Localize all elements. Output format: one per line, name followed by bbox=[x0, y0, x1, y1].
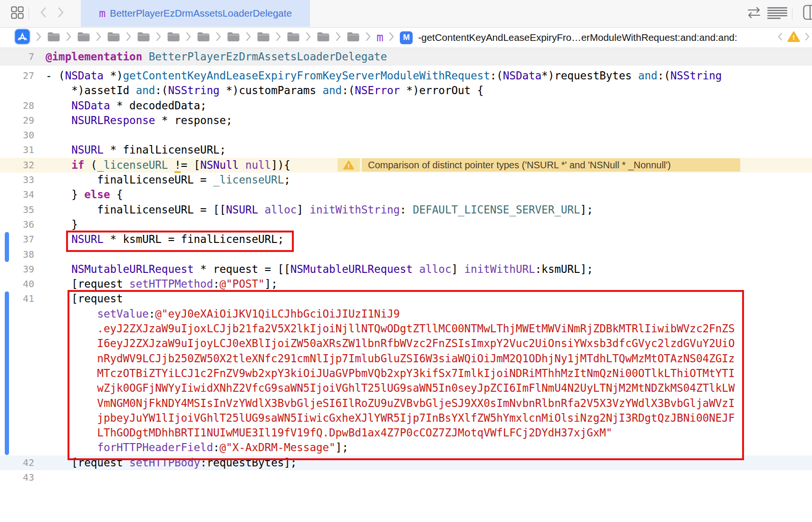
code-line[interactable]: 43 bbox=[0, 470, 812, 485]
change-bar[interactable] bbox=[5, 291, 9, 455]
folder-icon[interactable] bbox=[107, 32, 120, 44]
code-line[interactable]: VmNGM0NjFkNDY4MSIsInVzYWdlX3BvbGljeSI6Il… bbox=[0, 396, 812, 411]
code-line[interactable]: forHTTPHeaderField:@"X-AxDRM-Message"]; bbox=[0, 440, 812, 455]
inline-warning[interactable]: !Comparison of distinct pointer types ('… bbox=[338, 158, 740, 172]
code-line[interactable]: 42 [request setHTTPBody:requestBytes]; bbox=[0, 455, 812, 470]
code-line[interactable]: 31 NSURL * finalLicenseURL; bbox=[0, 143, 812, 157]
app-project-icon[interactable] bbox=[14, 29, 30, 47]
code-line[interactable]: wZjk0OGFjNWYyIiwidXNhZ2VfcG9saWN5IjoiVGh… bbox=[0, 381, 812, 396]
folder-icon[interactable] bbox=[287, 32, 300, 44]
code-line[interactable]: 39 NSMutableURLRequest * request = [[NSM… bbox=[0, 262, 812, 277]
breadcrumb-chevron-icon bbox=[96, 32, 102, 43]
line-number[interactable]: 30 bbox=[0, 128, 34, 143]
folder-icon[interactable] bbox=[77, 32, 90, 44]
editor-title-bar: m BetterPlayerEzDrmAssetsLoaderDelegate bbox=[0, 0, 812, 28]
code-line[interactable]: *)assetId and:(NSString *)customParams a… bbox=[0, 83, 812, 98]
code-line-text: LThGODgtMDhhBRTI1NUIwMUE3Il19fV19fQ.DpwB… bbox=[34, 425, 612, 440]
line-number[interactable]: 42 bbox=[0, 455, 34, 470]
tab-title: BetterPlayerEzDrmAssetsLoaderDelegate bbox=[110, 8, 292, 19]
code-line[interactable]: MTczOTBiZTYiLCJ1c2FnZV9wb2xpY3kiOiJUaGVP… bbox=[0, 366, 812, 381]
folder-icon[interactable] bbox=[317, 32, 330, 44]
line-number[interactable]: 43 bbox=[0, 470, 34, 485]
add-editor-button[interactable] bbox=[802, 0, 812, 27]
warning-icon: ! bbox=[338, 158, 360, 172]
code-line[interactable]: 40 [request setHTTPMethod:@"POST"]; bbox=[0, 277, 812, 291]
line-number[interactable]: 39 bbox=[0, 262, 34, 277]
svg-text:!: ! bbox=[793, 33, 795, 41]
line-number[interactable]: 28 bbox=[0, 98, 34, 113]
code-line-text: nRydWV9LCJjb250ZW50X2tleXNfc291cmNlIjp7I… bbox=[34, 351, 735, 366]
line-number[interactable]: 31 bbox=[0, 143, 34, 157]
forward-button[interactable] bbox=[55, 0, 67, 27]
code-line-text: [request setHTTPMethod:@"POST"]; bbox=[34, 277, 278, 291]
line-number[interactable]: 29 bbox=[0, 113, 34, 128]
code-editor[interactable]: 7@implementation BetterPlayerEzDrmAssets… bbox=[0, 48, 812, 485]
code-line[interactable]: 38 bbox=[0, 247, 812, 262]
folder-icon[interactable] bbox=[197, 32, 210, 44]
line-number[interactable] bbox=[0, 83, 34, 98]
line-number[interactable]: 27 bbox=[0, 68, 34, 83]
method-badge-icon[interactable]: M bbox=[400, 31, 413, 44]
back-button[interactable] bbox=[37, 0, 49, 27]
jumpbar-folders bbox=[36, 32, 360, 44]
folder-icon[interactable] bbox=[47, 32, 60, 44]
code-line[interactable]: 28 NSData * decodedData; bbox=[0, 98, 812, 113]
code-line-text: @implementation BetterPlayerEzDrmAssetsL… bbox=[34, 48, 387, 66]
code-line-text: finalLicenseURL = [[NSURL alloc] initWit… bbox=[34, 203, 593, 217]
code-line[interactable]: 36 } bbox=[0, 217, 812, 232]
code-line-text: setValue:@"eyJ0eXAiOiJKV1QiLCJhbGciOiJIU… bbox=[34, 307, 400, 321]
code-line[interactable]: jpbeyJuYW1lIjoiVGhlT25lUG9saWN5IiwicGxhe… bbox=[0, 411, 812, 425]
code-line[interactable]: 41 [request bbox=[0, 291, 812, 306]
chevron-left-icon bbox=[40, 7, 47, 20]
code-line-text: NSURL * finalLicenseURL; bbox=[34, 143, 226, 157]
folder-icon[interactable] bbox=[257, 32, 270, 44]
objc-file-breadcrumb-icon[interactable]: m bbox=[377, 32, 383, 43]
code-line[interactable]: 35 finalLicenseURL = [[NSURL alloc] init… bbox=[0, 203, 812, 217]
code-line[interactable]: .eyJ2ZXJzaW9uIjoxLCJjb21fa2V5X2lkIjoiNjl… bbox=[0, 321, 812, 336]
related-items-grid-button[interactable] bbox=[10, 0, 25, 27]
line-number[interactable]: 32 bbox=[0, 158, 34, 173]
folder-icon[interactable] bbox=[227, 32, 240, 44]
code-line-text: NSData * decodedData; bbox=[34, 98, 207, 113]
code-line[interactable]: setValue:@"eyJ0eXAiOiJKV1QiLCJhbGciOiJIU… bbox=[0, 307, 812, 321]
line-number[interactable]: 7 bbox=[0, 48, 34, 66]
change-bar[interactable] bbox=[5, 232, 9, 262]
titlebar-divider bbox=[29, 0, 29, 27]
folder-icon[interactable] bbox=[137, 32, 150, 44]
code-line[interactable]: 7@implementation BetterPlayerEzDrmAssets… bbox=[0, 48, 812, 66]
code-line[interactable]: 27- (NSData *)getContentKeyAndLeaseExpir… bbox=[0, 68, 812, 83]
swap-editor-button[interactable] bbox=[745, 0, 763, 27]
code-line[interactable]: nRydWV9LCJjb250ZW50X2tleXNfc291cmNlIjp7I… bbox=[0, 351, 812, 366]
code-line[interactable]: I6eyJ2ZXJzaW9uIjoyLCJ0eXBlIjoiZW50aXRsZW… bbox=[0, 336, 812, 351]
code-line-text: .eyJ2ZXJzaW9uIjoxLCJjb21fa2V5X2lkIjoiNjl… bbox=[34, 321, 735, 336]
adjust-editor-options-button[interactable] bbox=[766, 0, 788, 27]
code-line-text: } bbox=[34, 217, 78, 232]
tab-better-player-ez-drm-assets-loader-delegate[interactable]: m BetterPlayerEzDrmAssetsLoaderDelegate bbox=[81, 0, 310, 27]
folder-icon[interactable] bbox=[347, 32, 360, 44]
folder-icon[interactable] bbox=[167, 32, 180, 44]
code-line[interactable]: 29 NSURLResponse * response; bbox=[0, 113, 812, 128]
grid-icon bbox=[11, 6, 24, 21]
code-line[interactable]: 30 bbox=[0, 128, 812, 143]
previous-issue-button[interactable] bbox=[777, 32, 783, 43]
line-number[interactable]: 34 bbox=[0, 187, 34, 202]
code-line[interactable]: LThGODgtMDhhBRTI1NUIwMUE3Il19fV19fQ.DpwB… bbox=[0, 425, 812, 440]
svg-text:!: ! bbox=[348, 163, 349, 170]
code-line[interactable]: 34 } else { bbox=[0, 187, 812, 202]
line-number[interactable]: 35 bbox=[0, 203, 34, 217]
line-number[interactable]: 33 bbox=[0, 173, 34, 187]
code-line-text: *)assetId and:(NSString *)customParams a… bbox=[34, 83, 483, 98]
code-line[interactable]: 37 NSURL * ksmURL = finalLicenseURL; bbox=[0, 232, 812, 247]
line-number[interactable]: 36 bbox=[0, 217, 34, 232]
line-number[interactable]: 40 bbox=[0, 277, 34, 291]
chevron-right-icon bbox=[58, 7, 64, 20]
breadcrumb-method-name[interactable]: -getContentKeyAndLeaseExpiryFro…erModule… bbox=[418, 32, 737, 43]
next-issue-button[interactable] bbox=[804, 32, 810, 43]
add-editor-icon bbox=[803, 5, 812, 22]
code-line[interactable]: 33 finalLicenseURL = _licenseURL; bbox=[0, 173, 812, 187]
titlebar-divider-2 bbox=[792, 0, 793, 27]
warning-triangle-icon[interactable]: ! bbox=[787, 31, 800, 44]
breadcrumb-chevron-icon bbox=[275, 32, 281, 43]
code-line-text: - (NSData *)getContentKeyAndLeaseExpiryF… bbox=[34, 68, 722, 83]
code-line-text bbox=[34, 470, 46, 485]
